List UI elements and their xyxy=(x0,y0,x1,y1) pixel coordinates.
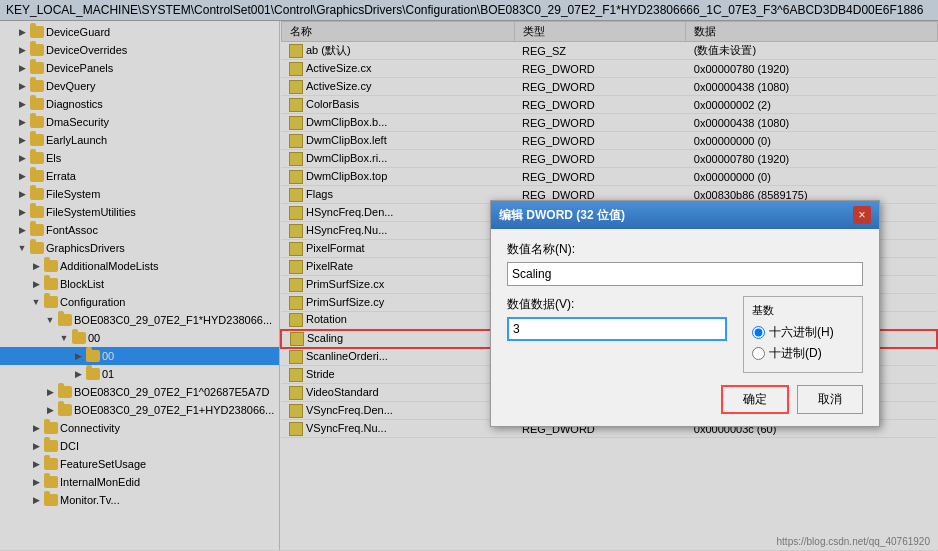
hex-radio[interactable] xyxy=(752,326,765,339)
value-input[interactable] xyxy=(507,317,727,341)
dialog-close-button[interactable]: × xyxy=(853,206,871,224)
edit-dword-dialog: 编辑 DWORD (32 位值) × 数值名称(N): 数值数据(V): 基数 … xyxy=(490,200,880,427)
dec-radio-label[interactable]: 十进制(D) xyxy=(752,345,854,362)
hex-label: 十六进制(H) xyxy=(769,324,834,341)
dialog-title: 编辑 DWORD (32 位值) xyxy=(499,207,625,224)
ok-button[interactable]: 确定 xyxy=(721,385,789,414)
base-section: 基数 十六进制(H) 十进制(D) xyxy=(743,296,863,373)
cancel-button[interactable]: 取消 xyxy=(797,385,863,414)
dialog-title-bar: 编辑 DWORD (32 位值) × xyxy=(491,201,879,229)
dialog-body: 数值名称(N): 数值数据(V): 基数 十六进制(H) 十进制(D) 确定 xyxy=(491,229,879,426)
dialog-buttons: 确定 取消 xyxy=(507,385,863,414)
dialog-row: 数值数据(V): 基数 十六进制(H) 十进制(D) xyxy=(507,296,863,373)
name-label: 数值名称(N): xyxy=(507,241,863,258)
name-input[interactable] xyxy=(507,262,863,286)
base-title: 基数 xyxy=(752,303,854,318)
dec-label: 十进制(D) xyxy=(769,345,822,362)
hex-radio-label[interactable]: 十六进制(H) xyxy=(752,324,854,341)
dec-radio[interactable] xyxy=(752,347,765,360)
value-section: 数值数据(V): xyxy=(507,296,727,341)
value-label: 数值数据(V): xyxy=(507,296,727,313)
